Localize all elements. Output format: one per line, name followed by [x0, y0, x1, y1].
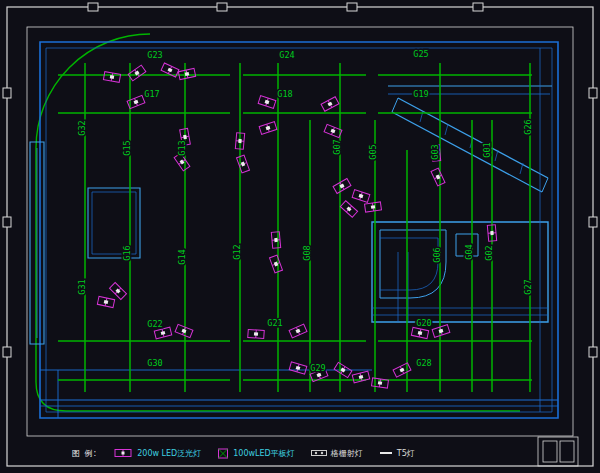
circuit-label[interactable]: G08 — [302, 245, 312, 260]
circuit-label[interactable]: G19 — [413, 89, 428, 99]
legend-label-t5-tube: T5灯 — [397, 448, 415, 459]
circuit-label[interactable]: G03 — [430, 144, 440, 159]
circuit-label[interactable]: G30 — [147, 358, 162, 368]
light-fixture[interactable] — [289, 324, 307, 338]
circuit-label[interactable]: G02 — [484, 245, 494, 260]
circuit-label[interactable]: G07 — [332, 139, 342, 154]
circuit-label[interactable]: G12 — [232, 244, 242, 259]
circuit-label[interactable]: G14 — [177, 249, 187, 264]
light-fixture[interactable] — [411, 327, 428, 338]
circuit-label[interactable]: G04 — [464, 244, 474, 259]
wall-line[interactable] — [40, 42, 558, 418]
light-fixture[interactable] — [393, 363, 411, 377]
wall-line[interactable] — [392, 98, 548, 192]
grille-spotlight-icon — [311, 449, 327, 457]
light-fixture[interactable] — [178, 68, 195, 79]
legend-label-panel-light: 100wLED平板灯 — [233, 448, 294, 459]
circuit-label[interactable]: G13 — [177, 140, 187, 155]
legend-item-grille-spotlight: 格栅射灯 — [311, 448, 363, 459]
frame-tick — [3, 347, 11, 357]
circuit-label[interactable]: G18 — [277, 89, 292, 99]
light-fixture[interactable] — [103, 72, 120, 83]
light-fixture[interactable] — [110, 283, 127, 300]
legend-item-t5-tube: T5灯 — [379, 448, 415, 459]
legend-title: 图 例: — [72, 448, 97, 459]
circuit-label[interactable]: G25 — [413, 49, 428, 59]
outer-frame — [7, 7, 593, 466]
plan-svg: G23G24G25G17G18G19G32G15G13G07G05G03G01G… — [0, 0, 600, 473]
door-symbol — [538, 437, 578, 466]
circuit-label[interactable]: G16 — [122, 245, 132, 260]
light-fixture[interactable] — [352, 190, 370, 203]
flood-light-icon — [113, 448, 133, 458]
wall-line[interactable] — [46, 48, 552, 412]
circuit-label[interactable]: G06 — [432, 247, 442, 262]
light-fixture[interactable] — [333, 179, 351, 194]
frame-tick — [3, 217, 11, 227]
legend-item-flood-light: 200w LED泛光灯 — [113, 448, 201, 459]
light-fixture[interactable] — [175, 324, 193, 337]
frame-tick — [347, 3, 357, 11]
light-fixture[interactable] — [248, 329, 265, 338]
panel-light-icon — [217, 448, 229, 459]
light-fixture[interactable] — [352, 371, 369, 383]
light-fixture[interactable] — [270, 255, 283, 273]
circuit-label[interactable]: G29 — [310, 363, 325, 373]
light-fixture[interactable] — [259, 122, 277, 135]
frame-tick — [589, 88, 597, 98]
legend-label-flood-light: 200w LED泛光灯 — [137, 448, 201, 459]
wall-line[interactable] — [88, 188, 140, 258]
light-fixture[interactable] — [432, 325, 450, 338]
circuit-label[interactable]: G01 — [482, 142, 492, 157]
frame-tick — [88, 3, 98, 11]
light-fixture[interactable] — [289, 362, 307, 374]
frame-tick — [3, 88, 11, 98]
circuit-label[interactable]: G05 — [368, 144, 378, 159]
light-fixture[interactable] — [128, 65, 146, 81]
wall-line[interactable] — [380, 230, 446, 298]
circuit-label[interactable]: G28 — [416, 358, 431, 368]
circuit-label[interactable]: G24 — [279, 50, 294, 60]
circuit-label[interactable]: G17 — [144, 89, 159, 99]
light-fixture[interactable] — [258, 96, 276, 109]
frame-tick — [217, 3, 227, 11]
t5-tube-icon — [379, 450, 393, 456]
light-fixture[interactable] — [340, 201, 357, 218]
light-fixture[interactable] — [97, 296, 114, 307]
circuit-label[interactable]: G31 — [77, 279, 87, 294]
light-fixture[interactable] — [237, 155, 250, 173]
plan-content: G23G24G25G17G18G19G32G15G13G07G05G03G01G… — [30, 34, 558, 418]
frame-tick — [589, 347, 597, 357]
frame-ticks — [3, 3, 597, 357]
wall-line[interactable] — [380, 238, 438, 290]
light-fixture[interactable] — [271, 232, 280, 249]
circuit-label[interactable]: G26 — [523, 119, 533, 134]
circuit-label[interactable]: G15 — [122, 140, 132, 155]
light-fixture[interactable] — [324, 124, 342, 137]
frame-tick — [589, 217, 597, 227]
frame-tick — [473, 3, 483, 11]
light-fixture[interactable] — [372, 378, 389, 388]
cad-sheet: G23G24G25G17G18G19G32G15G13G07G05G03G01G… — [0, 0, 600, 473]
light-fixture[interactable] — [431, 168, 445, 186]
light-fixture[interactable] — [365, 202, 382, 212]
wall-line[interactable] — [392, 112, 542, 192]
circuit-label[interactable]: G22 — [147, 319, 162, 329]
circuit-label[interactable]: G20 — [416, 318, 431, 328]
legend-label-grille-spotlight: 格栅射灯 — [331, 448, 363, 459]
circuit-label[interactable]: G21 — [267, 318, 282, 328]
light-fixture[interactable] — [321, 97, 339, 112]
circuit-label[interactable]: G32 — [77, 120, 87, 135]
legend-bar: 图 例: 200w LED泛光灯 100wLED平板灯 格栅射灯 — [72, 445, 415, 461]
circuit-label[interactable]: G27 — [523, 279, 533, 294]
wall-line[interactable] — [372, 222, 548, 322]
circuit-label[interactable]: G23 — [147, 50, 162, 60]
legend-item-panel-light: 100wLED平板灯 — [217, 448, 294, 459]
